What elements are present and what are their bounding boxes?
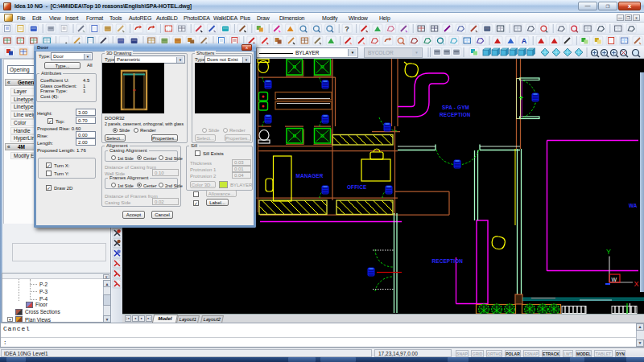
svg-text:RECEPTION: RECEPTION (432, 258, 464, 264)
svg-text:X: X (634, 280, 639, 288)
svg-text:W: W (612, 277, 617, 282)
svg-text:?: ? (345, 25, 349, 33)
svg-text:OFFICE: OFFICE (347, 184, 366, 190)
svg-text:WA: WA (629, 203, 638, 208)
svg-text:Y: Y (606, 248, 611, 256)
svg-text:SPA - GYM: SPA - GYM (442, 105, 469, 110)
svg-text:RECEPTION: RECEPTION (440, 112, 471, 117)
svg-text:MANAGER: MANAGER (296, 173, 324, 179)
svg-text:A: A (522, 37, 527, 45)
